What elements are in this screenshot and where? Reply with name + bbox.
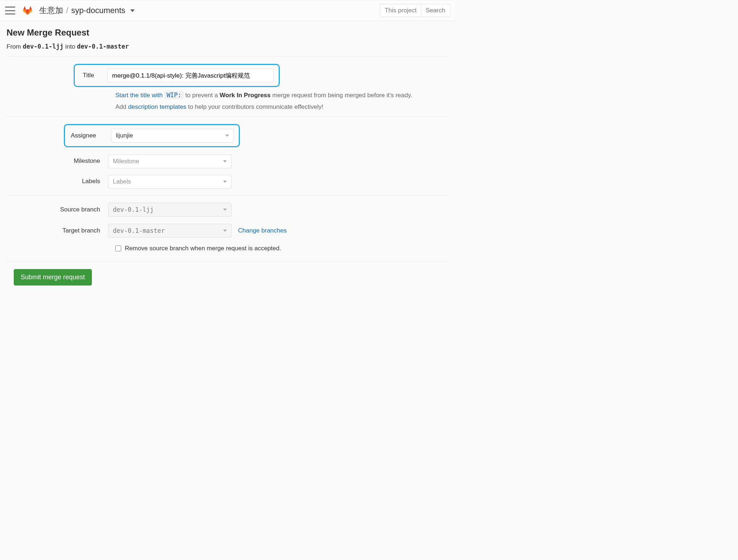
divider	[7, 56, 449, 57]
branch-summary: From dev-0.1-ljj into dev-0.1-master	[7, 43, 449, 50]
remove-source-branch-checkbox[interactable]	[115, 246, 121, 251]
assignee-value: lijunjie	[116, 132, 133, 139]
labels-label: Labels	[7, 175, 108, 185]
page-title: New Merge Request	[7, 28, 449, 38]
into-label: into	[65, 43, 75, 50]
hamburger-menu-icon[interactable]	[5, 7, 15, 15]
submit-merge-request-button[interactable]: Submit merge request	[14, 269, 92, 285]
chevron-down-icon	[223, 209, 227, 211]
target-branch-name: dev-0.1-master	[77, 43, 129, 50]
template-help-text: Add description templates to help your c…	[115, 103, 449, 111]
remove-source-branch-label: Remove source branch when merge request …	[125, 245, 281, 252]
labels-dropdown[interactable]: Labels	[108, 175, 231, 189]
wip-prefix-link[interactable]: Start the title with	[115, 92, 163, 99]
assignee-highlight: Assignee lijunjie	[64, 124, 240, 147]
divider	[7, 262, 449, 262]
description-templates-link[interactable]: description templates	[128, 103, 186, 110]
source-branch-value: dev-0.1-ljj	[113, 206, 154, 213]
source-branch-label: Source branch	[7, 206, 108, 213]
target-branch-value: dev-0.1-master	[113, 227, 165, 234]
search-input[interactable]	[421, 4, 450, 17]
title-highlight: Title	[74, 64, 280, 87]
target-branch-dropdown[interactable]: dev-0.1-master	[108, 224, 231, 238]
chevron-down-icon	[223, 160, 227, 162]
from-label: From	[7, 43, 21, 50]
milestone-placeholder: Milestone	[113, 158, 139, 165]
breadcrumb-project[interactable]: syp-documents	[71, 6, 125, 15]
chevron-down-icon	[223, 230, 227, 232]
divider	[7, 195, 449, 195]
labels-placeholder: Labels	[113, 178, 131, 185]
search-scope-button[interactable]: This project	[380, 4, 421, 17]
target-branch-label: Target branch	[7, 227, 108, 234]
milestone-label: Milestone	[7, 155, 108, 165]
chevron-down-icon[interactable]	[130, 9, 135, 12]
title-label: Title	[78, 72, 107, 79]
wip-code-badge: WIP:	[164, 91, 184, 99]
milestone-dropdown[interactable]: Milestone	[108, 155, 231, 168]
title-input[interactable]	[107, 69, 274, 82]
chevron-down-icon	[225, 135, 229, 137]
source-branch-name: dev-0.1-ljj	[22, 43, 63, 50]
wip-help-text: Start the title with WIP: to prevent a W…	[115, 91, 449, 99]
breadcrumb: 生意加 / syp-documents	[39, 5, 135, 16]
divider	[7, 116, 449, 117]
source-branch-dropdown[interactable]: dev-0.1-ljj	[108, 203, 231, 217]
top-navbar: 生意加 / syp-documents This project	[0, 0, 455, 21]
assignee-dropdown[interactable]: lijunjie	[111, 129, 234, 143]
breadcrumb-group[interactable]: 生意加	[39, 5, 63, 16]
assignee-label: Assignee	[69, 132, 111, 139]
breadcrumb-separator: /	[66, 6, 68, 15]
chevron-down-icon	[223, 181, 227, 183]
change-branches-link[interactable]: Change branches	[238, 227, 287, 234]
gitlab-logo-icon[interactable]	[22, 5, 33, 16]
